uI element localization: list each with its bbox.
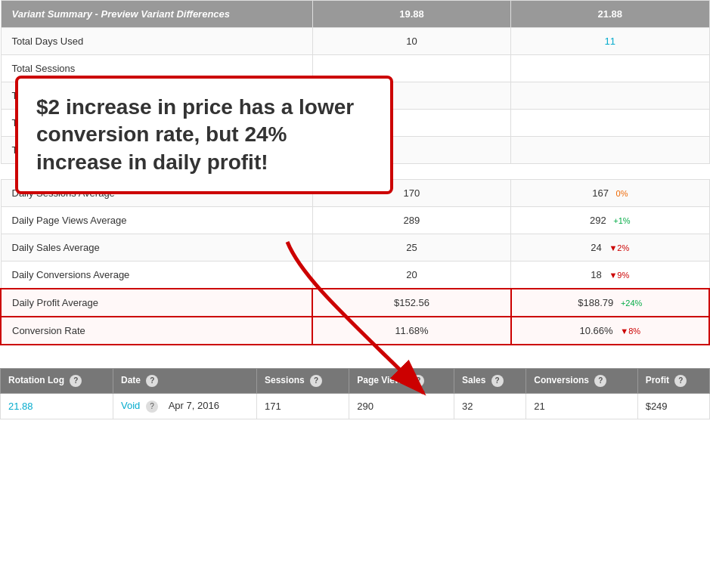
row-val2: 167 0% [511,180,709,207]
row-val1: 10 [312,28,510,55]
row-val2: 18 ▼9% [511,262,709,289]
row-val2: $188.79 +24% [511,289,709,317]
col-date: Date ? [113,369,257,394]
row-val2: 24 ▼2% [511,234,709,262]
col-sales: Sales ? [454,369,526,394]
log-conversions: 21 [526,394,637,419]
badge-conversions: ? [594,375,606,387]
badge-profit: ? [674,375,687,387]
log-sales: 32 [454,394,526,419]
row-label: Total Days Used [1,28,312,55]
badge-date: ? [146,375,158,387]
row-val2 [511,55,709,82]
row-val2 [511,82,709,110]
annotation-box: $2 increase in price has a lower convers… [15,76,393,194]
row-label: Daily Sales Average [1,234,312,262]
col-conversions: Conversions ? [526,369,637,394]
row-val2: 292 +1% [511,207,709,234]
badge-rotation-log: ? [70,375,82,387]
badge-sales: ? [491,375,504,387]
col2-header-value: 19.88 [312,1,510,28]
table-row: Daily Page Views Average 289 292 +1% [1,207,709,234]
row-val1: 289 [312,207,510,234]
variant-summary-header: Variant Summary - Preview Variant Differ… [1,1,312,28]
row-val2: 10.66% ▼8% [511,317,709,345]
row-label: Daily Page Views Average [1,207,312,234]
arrow-annotation [280,234,446,410]
badge-void: ? [146,401,158,413]
row-val2 [511,137,709,164]
log-rotation: 21.88 [1,394,113,419]
row-label: Daily Conversions Average [1,262,312,289]
row-label: Daily Profit Average [1,289,312,317]
col-profit: Profit ? [637,369,709,394]
col-rotation-log: Rotation Log ? [1,369,113,394]
table-row: Total Days Used 10 11 [1,28,709,55]
row-val2: 11 [511,28,709,55]
log-void: Void ? Apr 7, 2016 [113,394,257,419]
col3-header-value: 21.88 [511,1,709,28]
log-profit: $249 [637,394,709,419]
row-val2 [511,110,709,137]
row-label: Conversion Rate [1,317,312,345]
